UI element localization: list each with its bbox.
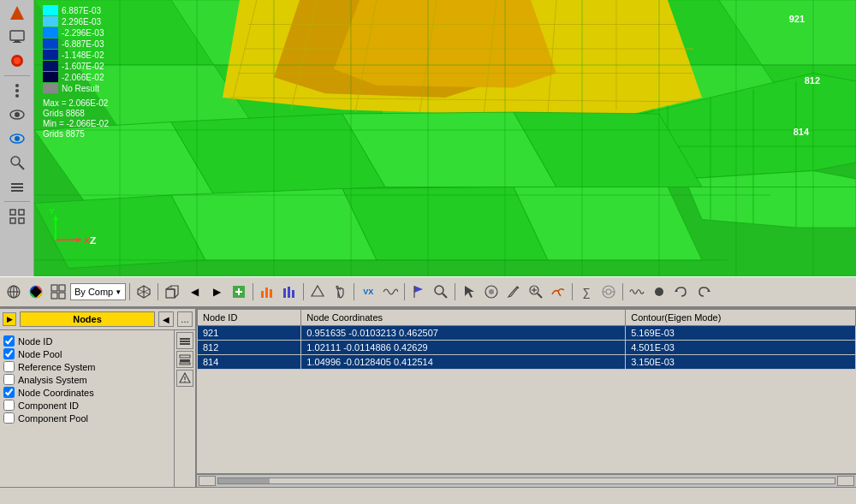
tb-bar-chart-btn[interactable] xyxy=(257,282,277,302)
checkbox-node-coords-input[interactable] xyxy=(3,387,15,398)
by-comp-dropdown[interactable]: By Comp ▼ xyxy=(70,283,126,300)
tb-icon-eye[interactable] xyxy=(6,104,28,126)
scroll-left-btn[interactable] xyxy=(199,476,216,486)
legend-max-grids: Grids 8868 xyxy=(43,109,188,118)
svg-rect-131 xyxy=(180,338,190,340)
table-row[interactable]: 812 1.02111 -0.0114886 0.42629 4.501E-03 xyxy=(198,341,856,355)
tb-flag-btn[interactable] xyxy=(408,282,429,302)
table-row[interactable]: 921 0.951635 -0.0103213 0.462507 5.169E-… xyxy=(198,326,856,341)
svg-point-128 xyxy=(655,288,663,296)
svg-point-72 xyxy=(15,94,19,98)
cell-coords-2: 1.02111 -0.0114886 0.42629 xyxy=(301,341,626,355)
tb-add-btn[interactable] xyxy=(229,282,249,302)
sep-8 xyxy=(572,283,573,300)
tb-cube-btn[interactable] xyxy=(162,282,182,302)
tb-pen-btn[interactable] xyxy=(503,282,524,302)
tb-mesh-btn[interactable] xyxy=(48,282,68,302)
legend-swatch-2 xyxy=(43,16,58,27)
cell-contour-3: 3.150E-03 xyxy=(626,355,856,370)
checkbox-analysis-system-label: Analysis System xyxy=(18,375,87,385)
checkbox-component-pool-input[interactable] xyxy=(3,412,15,424)
panel-more-btn[interactable]: … xyxy=(177,311,193,327)
tb-icon-dots[interactable] xyxy=(6,80,28,102)
checkbox-component-id-input[interactable] xyxy=(3,400,15,411)
tb-left-arrow-btn[interactable]: ◀ xyxy=(184,282,205,302)
tb-cursor-btn[interactable] xyxy=(459,282,479,302)
dropdown-arrow: ▼ xyxy=(115,288,122,296)
tb-icon-red-dot[interactable] xyxy=(6,50,28,72)
scroll-thumb[interactable] xyxy=(218,478,270,483)
tb-3d-btn[interactable] xyxy=(134,282,154,302)
panel-actions xyxy=(174,330,195,487)
by-comp-label: By Comp xyxy=(74,287,113,297)
tb-redo-btn[interactable] xyxy=(693,282,714,302)
checkbox-node-id-input[interactable] xyxy=(3,335,15,347)
tb-zoom-btn[interactable] xyxy=(526,282,546,302)
checkbox-reference-system-label: Reference System xyxy=(18,362,95,372)
panel-expand-btn[interactable]: ▶ xyxy=(3,312,16,326)
svg-marker-41 xyxy=(342,187,548,261)
legend-swatch-3 xyxy=(43,27,58,38)
tb-icon-eye2[interactable] xyxy=(6,127,28,150)
panel-title-button[interactable]: Nodes xyxy=(20,311,155,327)
checkbox-reference-system-input[interactable] xyxy=(3,361,15,372)
svg-point-70 xyxy=(15,84,19,87)
panel-prev-btn[interactable]: ◀ xyxy=(158,311,174,327)
tb-color-wheel-btn[interactable] xyxy=(26,282,46,302)
svg-line-116 xyxy=(443,294,447,298)
cell-node-id-3: 814 xyxy=(198,355,301,370)
svg-rect-94 xyxy=(59,285,65,291)
tb-icon-monitor[interactable] xyxy=(6,26,28,48)
svg-rect-96 xyxy=(59,293,65,299)
data-table-wrapper[interactable]: Node ID Node Coordinates Contour(Eigen M… xyxy=(197,309,856,473)
scroll-right-btn[interactable] xyxy=(837,476,854,486)
tb-shape-btn[interactable] xyxy=(307,282,328,302)
tb-dot-btn[interactable] xyxy=(649,282,669,302)
tb-sigma-btn[interactable]: ∑ xyxy=(576,282,597,302)
tb-bird-btn[interactable] xyxy=(548,282,568,302)
tb-icon-1[interactable] xyxy=(6,2,28,24)
checkbox-node-pool-input[interactable] xyxy=(3,348,15,359)
table-row[interactable]: 814 1.04996 -0.0128405 0.412514 3.150E-0… xyxy=(198,355,856,370)
tb-vx-btn[interactable]: VX xyxy=(358,282,378,302)
horizontal-scrollbar[interactable] xyxy=(197,473,856,487)
svg-rect-111 xyxy=(288,287,290,298)
action-btn-3[interactable] xyxy=(176,370,193,387)
tb-icon-grid[interactable] xyxy=(6,205,28,228)
tb-bar-chart2-btn[interactable] xyxy=(279,282,300,302)
cell-node-id-2: 812 xyxy=(198,341,301,355)
cell-contour-1: 5.169E-03 xyxy=(626,326,856,341)
legend-item-5: -1.148E-02 xyxy=(43,50,188,60)
svg-rect-108 xyxy=(265,288,268,298)
tb-wave-btn[interactable] xyxy=(380,282,401,302)
tb-icon-layers[interactable] xyxy=(6,175,28,198)
scroll-track[interactable] xyxy=(217,477,835,484)
tb-hand-btn[interactable] xyxy=(330,282,350,302)
checkbox-component-id-label: Component ID xyxy=(18,400,79,411)
legend-label-6: -1.607E-02 xyxy=(62,62,104,71)
legend-label-3: -2.296E-03 xyxy=(62,28,104,38)
tb-wave2-btn[interactable] xyxy=(627,282,647,302)
action-btn-1[interactable] xyxy=(176,332,193,349)
legend-swatch-6 xyxy=(43,61,58,71)
toolbar-row: By Comp ▼ ◀ ▶ VX xyxy=(0,276,856,307)
checkbox-analysis-system-input[interactable] xyxy=(3,374,15,385)
tb-antenna-btn[interactable] xyxy=(598,282,619,302)
action-btn-2[interactable] xyxy=(176,351,193,368)
svg-rect-136 xyxy=(180,363,190,365)
svg-rect-107 xyxy=(261,291,264,298)
sep-4 xyxy=(303,283,304,300)
checkbox-component-pool: Component Pool xyxy=(3,412,170,424)
viewport-area[interactable]: X Y Z xyxy=(0,0,856,276)
tb-search-btn[interactable] xyxy=(431,282,451,302)
tb-icon-magnify[interactable] xyxy=(6,151,28,174)
node-label-812: 812 xyxy=(805,75,820,86)
checkbox-component-pool-label: Component Pool xyxy=(18,413,88,424)
tb-undo-btn[interactable] xyxy=(671,282,692,302)
tb-sep-1 xyxy=(4,75,30,76)
svg-rect-109 xyxy=(270,289,272,298)
tb-globe2-btn[interactable] xyxy=(481,282,502,302)
tb-globe-btn[interactable] xyxy=(3,282,24,302)
tb-right-arrow-btn[interactable]: ▶ xyxy=(206,282,227,302)
sep-3 xyxy=(253,283,253,300)
